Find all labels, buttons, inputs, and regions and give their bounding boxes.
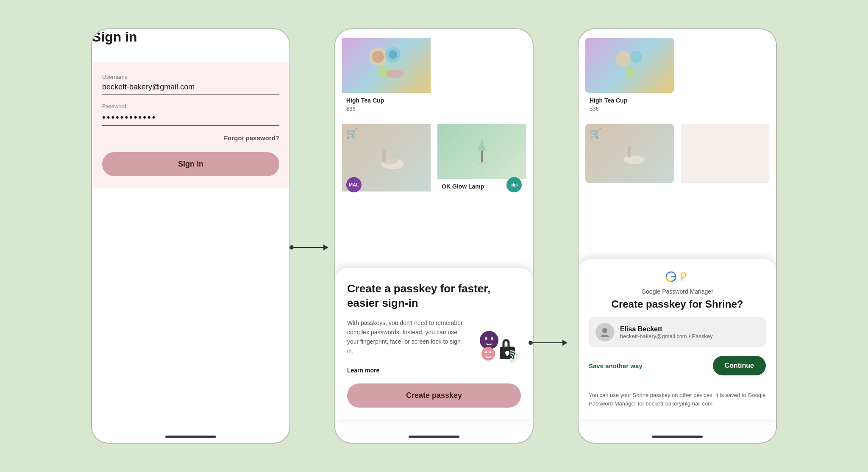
- product-image-lamp: [437, 124, 526, 179]
- phone3-home-bar: [652, 436, 703, 438]
- phone1-container: Sign in Username beckett-bakery@gmail.co…: [91, 28, 290, 444]
- gpm-bottom-sheet: Google Password Manager Create passkey f…: [579, 259, 776, 419]
- arrow1-shaft: [294, 247, 323, 248]
- svg-point-16: [490, 351, 492, 353]
- signin-button[interactable]: Sign in: [102, 152, 279, 176]
- product-card-empty-3: [681, 124, 769, 183]
- cart-icon-shoes[interactable]: 🛒: [346, 128, 358, 139]
- product-name-tea-3: High Tea Cup: [590, 97, 670, 104]
- svg-point-14: [481, 347, 495, 361]
- svg-point-15: [485, 351, 487, 353]
- product-info-tea: High Tea Cup $36: [342, 93, 431, 117]
- signin-title: Sign in: [92, 29, 289, 45]
- badge-alpi: alpi: [506, 177, 522, 192]
- svg-point-20: [616, 51, 631, 67]
- shoes-illustration: [370, 141, 403, 175]
- gpm-logo: [665, 271, 690, 285]
- product-card-shoes-3: 🛒: [585, 124, 674, 183]
- product-price-tea-3: $36: [590, 106, 670, 112]
- svg-point-5: [387, 69, 403, 78]
- product-card-shoes: MAL 🛒: [342, 124, 431, 197]
- shoes-illustration-3: [613, 136, 647, 170]
- arrow1-dot: [289, 245, 294, 250]
- gpm-actions: Save another way Continue: [589, 356, 766, 375]
- gpm-footer-text: You can use your Shrine passkey on other…: [589, 391, 766, 408]
- svg-point-22: [625, 67, 635, 77]
- product-grid-top: High Tea Cup $36: [342, 38, 526, 117]
- phone3-frame: High Tea Cup $36: [578, 28, 777, 444]
- username-value[interactable]: beckett-bakery@gmail.com: [102, 83, 279, 94]
- passkey-bottom-sheet: Create a passkey for faster, easier sign…: [335, 268, 533, 419]
- svg-point-23: [623, 155, 645, 164]
- username-label: Username: [102, 74, 279, 80]
- product-image-tea-3: [585, 38, 674, 93]
- svg-rect-9: [481, 151, 483, 162]
- phone2-home-bar: [409, 436, 459, 438]
- arrow2-head: [562, 340, 568, 346]
- svg-point-13: [491, 337, 493, 340]
- arrow1-head: [323, 244, 328, 250]
- phone2-frame: High Tea Cup $36: [334, 28, 534, 444]
- phone2-container: High Tea Cup $36: [334, 28, 534, 444]
- phone1-screen: Sign in Username beckett-bakery@gmail.co…: [92, 29, 289, 432]
- product-name-tea: High Tea Cup: [346, 97, 426, 104]
- product-price-tea: $36: [346, 106, 426, 112]
- svg-point-10: [477, 162, 487, 164]
- arrow2-shaft: [533, 342, 562, 343]
- forgot-password-link[interactable]: Forgot password?: [224, 134, 279, 142]
- passkey-illustration-svg: [476, 328, 519, 366]
- page-wrapper: Sign in Username beckett-bakery@gmail.co…: [0, 0, 868, 472]
- phone3-screen: High Tea Cup $36: [579, 29, 776, 432]
- svg-point-12: [485, 337, 487, 340]
- svg-point-26: [681, 273, 686, 278]
- svg-point-7: [379, 158, 398, 164]
- create-passkey-button[interactable]: Create passkey: [347, 383, 521, 408]
- product-card-tea-3: High Tea Cup $36: [585, 38, 674, 117]
- avatar-icon: [599, 326, 611, 338]
- hand-icon: [463, 48, 501, 116]
- hand-icon-3: [706, 48, 744, 116]
- svg-rect-8: [382, 149, 386, 162]
- passkey-icon-area: [474, 318, 521, 375]
- product-card-tea: High Tea Cup $36: [342, 38, 431, 117]
- gpm-account-info: Elisa Beckett beckett-bakery@gmail.com •…: [620, 325, 713, 339]
- hand-area-3: [681, 38, 769, 117]
- product-info-tea-3: High Tea Cup $36: [585, 93, 674, 117]
- lamp-illustration: [465, 134, 499, 168]
- svg-point-21: [630, 51, 642, 63]
- passkey-learn-more[interactable]: Learn more: [347, 367, 379, 374]
- tea-illustration-3: [613, 48, 647, 82]
- svg-point-3: [389, 50, 397, 59]
- svg-point-11: [480, 331, 498, 350]
- svg-rect-19: [506, 353, 508, 356]
- gpm-main-title: Create passkey for Shrine?: [612, 298, 743, 310]
- save-another-button[interactable]: Save another way: [589, 362, 643, 369]
- arrow2-dot: [529, 341, 533, 345]
- username-field-group: Username beckett-bakery@gmail.com: [102, 74, 279, 94]
- arrow1: [289, 244, 328, 250]
- cart-icon-shoes-3[interactable]: 🛒: [590, 128, 601, 139]
- gpm-account-name: Elisa Beckett: [620, 325, 713, 333]
- gpm-avatar: [595, 323, 614, 342]
- svg-rect-24: [628, 146, 631, 158]
- passkey-sheet-body: With passkeys, you don't need to remembe…: [347, 318, 521, 375]
- arrow2: [529, 340, 568, 346]
- gpm-account-card: Elisa Beckett beckett-bakery@gmail.com •…: [589, 317, 766, 347]
- phone3-shop-content: High Tea Cup $36: [579, 29, 776, 183]
- phone2-screen: High Tea Cup $36: [335, 29, 533, 432]
- forgot-password-container: Forgot password?: [102, 134, 279, 142]
- phone3-container: High Tea Cup $36: [578, 28, 777, 444]
- password-value[interactable]: ••••••••••••: [102, 112, 279, 126]
- tea-illustration: [365, 44, 408, 86]
- continue-button[interactable]: Continue: [713, 356, 766, 375]
- product-image-tea: [342, 38, 431, 93]
- hand-area: [437, 38, 526, 117]
- gpm-logo-svg: [665, 271, 690, 283]
- phone3-product-grid: High Tea Cup $36: [585, 38, 769, 117]
- product-grid-bottom: MAL 🛒 O: [342, 124, 526, 197]
- badge-mal: MAL: [346, 177, 362, 192]
- passkey-sheet-text: With passkeys, you don't need to remembe…: [347, 318, 467, 375]
- svg-point-1: [372, 51, 384, 63]
- passkey-body-text: With passkeys, you don't need to remembe…: [347, 319, 463, 355]
- phone1-frame: Sign in Username beckett-bakery@gmail.co…: [91, 28, 290, 444]
